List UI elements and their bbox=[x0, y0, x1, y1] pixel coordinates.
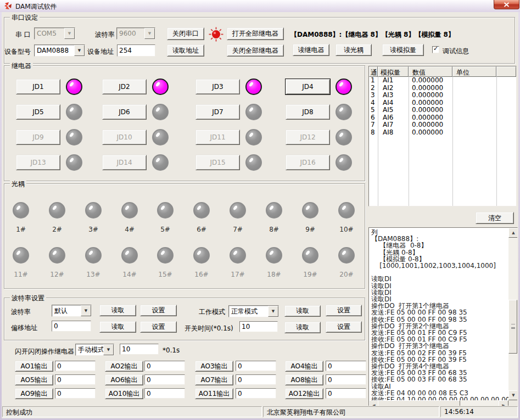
ao1-output-input[interactable] bbox=[55, 361, 96, 371]
flash-relay-label: 闪开闪闭操作继电器 bbox=[15, 347, 74, 356]
ao6-output-button[interactable]: AO6输出 bbox=[105, 374, 143, 385]
flash-time-input[interactable] bbox=[120, 344, 159, 355]
ao3-output-button[interactable]: AO3输出 bbox=[195, 361, 233, 372]
ao5-output-input[interactable] bbox=[55, 374, 96, 385]
chevron-down-icon[interactable]: ▼ bbox=[64, 28, 75, 39]
relay-button-jd6[interactable]: JD6 bbox=[102, 104, 147, 120]
ao1-output-button[interactable]: AO1输出 bbox=[15, 361, 53, 372]
relay-button-jd1[interactable]: JD1 bbox=[16, 79, 60, 94]
debug-info-label: 调试信息 bbox=[443, 47, 469, 56]
workmode-set-button[interactable]: 设置 bbox=[326, 305, 362, 316]
clear-log-button[interactable]: 清空 bbox=[476, 212, 514, 224]
switch-time-set-button[interactable]: 设置 bbox=[326, 321, 362, 333]
read-opto-button[interactable]: 读光耦 bbox=[336, 44, 372, 56]
scroll-down-icon[interactable]: ▼ bbox=[508, 390, 518, 400]
debug-info-checkbox[interactable] bbox=[432, 46, 439, 53]
ao11-output-button[interactable]: AO11输出 bbox=[195, 388, 233, 399]
baud-setting-select[interactable]: 默认 ▼ bbox=[52, 305, 92, 317]
chevron-down-icon[interactable]: ▼ bbox=[144, 28, 155, 39]
ao9-output-input[interactable] bbox=[55, 388, 96, 399]
table-row[interactable]: 8AI80.000000 bbox=[369, 129, 516, 137]
col-header-analog[interactable]: 模拟量 bbox=[378, 66, 409, 77]
col-header-channel[interactable]: 通 bbox=[369, 66, 378, 77]
offset-set-button[interactable]: 设置 bbox=[140, 321, 177, 333]
relay-led-jd1 bbox=[66, 79, 82, 95]
col-header-unit[interactable]: 单位 bbox=[452, 66, 496, 77]
switch-time-read-button[interactable]: 读取 bbox=[284, 322, 321, 333]
relay-button-jd4[interactable]: JD4 bbox=[286, 79, 330, 94]
relay-button-jd2[interactable]: JD2 bbox=[102, 79, 147, 94]
company-name: 北京聚英翱翔电子有限公司 bbox=[263, 406, 439, 417]
baud-read-button[interactable]: 读取 bbox=[99, 305, 136, 316]
relay-button-jd12[interactable]: JD12 bbox=[286, 130, 330, 145]
offset-addr-input[interactable] bbox=[52, 321, 91, 332]
workmode-read-button[interactable]: 读取 bbox=[284, 305, 321, 317]
table-row[interactable]: 1AI10.000000 bbox=[369, 77, 516, 85]
read-addr-button[interactable]: 读取地址 bbox=[167, 44, 204, 57]
ao10-output-input[interactable] bbox=[144, 388, 185, 399]
relay-button-jd9[interactable]: JD9 bbox=[16, 130, 60, 145]
table-row[interactable]: 3AI30.000000 bbox=[369, 92, 516, 99]
relay-button-jd14[interactable]: JD14 bbox=[102, 155, 147, 170]
relay-led-jd2 bbox=[152, 79, 169, 95]
table-row[interactable]: 4AI40.000000 bbox=[369, 99, 516, 107]
scrollbar-thumb[interactable] bbox=[508, 300, 517, 354]
ao3-output-input[interactable] bbox=[236, 361, 276, 371]
relay-button-jd13[interactable]: JD13 bbox=[16, 155, 60, 170]
ao10-output-button[interactable]: AO10输出 bbox=[105, 388, 143, 399]
device-addr-input[interactable] bbox=[117, 44, 155, 57]
table-row[interactable]: 6AI60.000000 bbox=[369, 114, 516, 122]
ao8-output-button[interactable]: AO8输出 bbox=[285, 374, 323, 385]
chevron-down-icon[interactable]: ▼ bbox=[103, 344, 114, 355]
ao6-output-input[interactable] bbox=[144, 374, 185, 385]
log-vertical-scrollbar[interactable]: ▲ ▼ bbox=[508, 228, 517, 400]
baud-setting-label: 波特率 bbox=[11, 307, 31, 317]
ao12-output-input[interactable] bbox=[326, 388, 366, 399]
ao12-output-button[interactable]: AO12输出 bbox=[285, 388, 323, 399]
ao11-output-input[interactable] bbox=[236, 388, 276, 399]
workmode-select[interactable]: 正常模式 ▼ bbox=[228, 305, 279, 317]
ao7-output-button[interactable]: AO7输出 bbox=[195, 374, 233, 385]
opto-led-16 bbox=[193, 247, 210, 264]
chevron-down-icon[interactable]: ▼ bbox=[268, 306, 278, 317]
relay-button-jd10[interactable]: JD10 bbox=[102, 130, 147, 145]
ao4-output-button[interactable]: AO4输出 bbox=[285, 361, 323, 372]
open-all-relays-button[interactable]: 打开全部继电器 bbox=[227, 27, 284, 40]
baud-set-button[interactable]: 设置 bbox=[140, 305, 177, 316]
baud-select[interactable]: 9600 ▼ bbox=[116, 27, 155, 40]
relay-button-jd15[interactable]: JD15 bbox=[195, 155, 240, 170]
chevron-down-icon[interactable]: ▼ bbox=[81, 305, 91, 316]
offset-read-button[interactable]: 读取 bbox=[99, 321, 136, 333]
chevron-down-icon[interactable]: ▼ bbox=[74, 45, 85, 56]
col-header-value[interactable]: 数值 bbox=[409, 66, 452, 77]
read-relay-button[interactable]: 读继电器 bbox=[293, 44, 329, 56]
flash-mode-select[interactable]: 手动模式 ▼ bbox=[75, 344, 114, 356]
titlebar[interactable]: DAM调试软件 bbox=[0, 0, 520, 13]
relay-button-jd16[interactable]: JD16 bbox=[286, 155, 330, 170]
serial-port-label: 串 口 bbox=[15, 30, 31, 40]
ao8-output-input[interactable] bbox=[326, 374, 366, 385]
serial-port-select[interactable]: COM5 ▼ bbox=[34, 27, 75, 40]
debug-log-panel[interactable]: 列 【DAM0888】: 【继电器 0-8】 【光耦 0-8】 【模拟量 0-8… bbox=[368, 227, 518, 409]
scroll-up-icon[interactable]: ▲ bbox=[508, 228, 518, 238]
ao9-output-button[interactable]: AO9输出 bbox=[15, 388, 53, 399]
relay-button-jd11[interactable]: JD11 bbox=[195, 130, 240, 145]
close-button[interactable] bbox=[494, 0, 519, 9]
close-serial-button[interactable]: 关闭串口 bbox=[167, 27, 204, 40]
table-row[interactable]: 2AI20.000000 bbox=[369, 85, 516, 92]
read-analog-button[interactable]: 读模拟量 bbox=[382, 44, 424, 56]
close-all-relays-button[interactable]: 关闭全部继电器 bbox=[227, 44, 284, 57]
relay-button-jd3[interactable]: JD3 bbox=[195, 79, 240, 94]
ao5-output-button[interactable]: AO5输出 bbox=[15, 374, 53, 385]
ao7-output-input[interactable] bbox=[236, 374, 276, 385]
ao2-output-input[interactable] bbox=[144, 361, 185, 371]
switch-time-input[interactable] bbox=[239, 321, 278, 332]
device-model-select[interactable]: DAM0888 ▼ bbox=[34, 44, 85, 57]
relay-button-jd5[interactable]: JD5 bbox=[16, 104, 60, 120]
ao2-output-button[interactable]: AO2输出 bbox=[105, 361, 143, 372]
table-row[interactable]: 5AI50.000000 bbox=[369, 107, 516, 114]
ao4-output-input[interactable] bbox=[326, 361, 366, 371]
table-row[interactable]: 7AI70.000000 bbox=[369, 121, 516, 129]
relay-button-jd7[interactable]: JD7 bbox=[195, 104, 240, 120]
relay-button-jd8[interactable]: JD8 bbox=[286, 104, 330, 120]
